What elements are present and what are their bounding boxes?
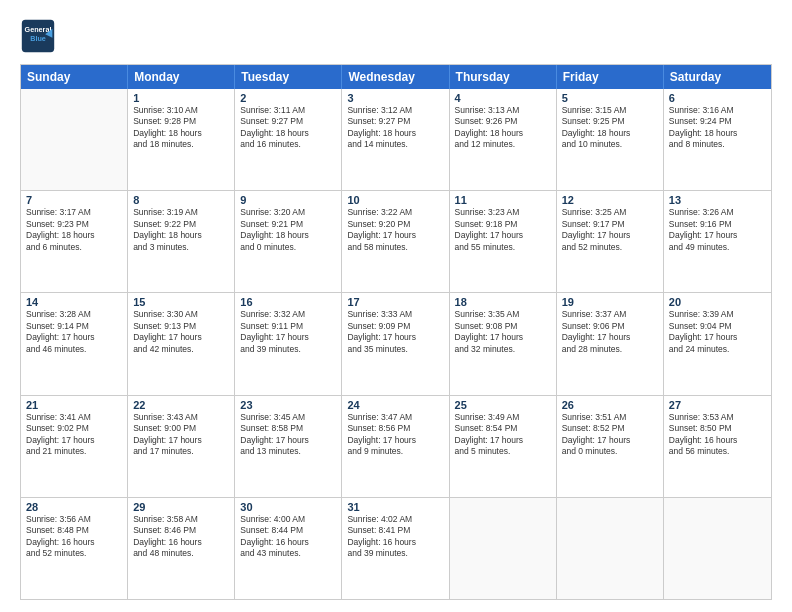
calendar-cell: 8Sunrise: 3:19 AM Sunset: 9:22 PM Daylig… [128,191,235,292]
calendar-cell: 14Sunrise: 3:28 AM Sunset: 9:14 PM Dayli… [21,293,128,394]
day-number: 23 [240,399,336,411]
day-info: Sunrise: 3:11 AM Sunset: 9:27 PM Dayligh… [240,105,336,151]
calendar-cell: 27Sunrise: 3:53 AM Sunset: 8:50 PM Dayli… [664,396,771,497]
day-info: Sunrise: 3:49 AM Sunset: 8:54 PM Dayligh… [455,412,551,458]
day-number: 13 [669,194,766,206]
day-number: 16 [240,296,336,308]
calendar-row-3: 14Sunrise: 3:28 AM Sunset: 9:14 PM Dayli… [21,292,771,394]
day-number: 25 [455,399,551,411]
day-info: Sunrise: 3:19 AM Sunset: 9:22 PM Dayligh… [133,207,229,253]
calendar-cell: 18Sunrise: 3:35 AM Sunset: 9:08 PM Dayli… [450,293,557,394]
day-info: Sunrise: 3:58 AM Sunset: 8:46 PM Dayligh… [133,514,229,560]
weekday-header-sunday: Sunday [21,65,128,89]
day-info: Sunrise: 3:23 AM Sunset: 9:18 PM Dayligh… [455,207,551,253]
calendar-cell: 24Sunrise: 3:47 AM Sunset: 8:56 PM Dayli… [342,396,449,497]
day-number: 17 [347,296,443,308]
weekday-header-saturday: Saturday [664,65,771,89]
calendar-cell: 16Sunrise: 3:32 AM Sunset: 9:11 PM Dayli… [235,293,342,394]
day-info: Sunrise: 3:28 AM Sunset: 9:14 PM Dayligh… [26,309,122,355]
calendar-cell: 26Sunrise: 3:51 AM Sunset: 8:52 PM Dayli… [557,396,664,497]
day-info: Sunrise: 3:47 AM Sunset: 8:56 PM Dayligh… [347,412,443,458]
day-number: 24 [347,399,443,411]
day-number: 4 [455,92,551,104]
day-info: Sunrise: 4:00 AM Sunset: 8:44 PM Dayligh… [240,514,336,560]
calendar: SundayMondayTuesdayWednesdayThursdayFrid… [20,64,772,600]
weekday-header-monday: Monday [128,65,235,89]
day-info: Sunrise: 3:35 AM Sunset: 9:08 PM Dayligh… [455,309,551,355]
day-info: Sunrise: 3:26 AM Sunset: 9:16 PM Dayligh… [669,207,766,253]
day-info: Sunrise: 3:33 AM Sunset: 9:09 PM Dayligh… [347,309,443,355]
weekday-header-tuesday: Tuesday [235,65,342,89]
day-info: Sunrise: 3:17 AM Sunset: 9:23 PM Dayligh… [26,207,122,253]
logo-icon: General Blue [20,18,56,54]
day-info: Sunrise: 3:43 AM Sunset: 9:00 PM Dayligh… [133,412,229,458]
day-info: Sunrise: 3:30 AM Sunset: 9:13 PM Dayligh… [133,309,229,355]
day-info: Sunrise: 3:39 AM Sunset: 9:04 PM Dayligh… [669,309,766,355]
day-info: Sunrise: 3:15 AM Sunset: 9:25 PM Dayligh… [562,105,658,151]
day-number: 1 [133,92,229,104]
day-info: Sunrise: 3:10 AM Sunset: 9:28 PM Dayligh… [133,105,229,151]
calendar-cell: 29Sunrise: 3:58 AM Sunset: 8:46 PM Dayli… [128,498,235,599]
day-info: Sunrise: 4:02 AM Sunset: 8:41 PM Dayligh… [347,514,443,560]
day-number: 29 [133,501,229,513]
calendar-cell: 4Sunrise: 3:13 AM Sunset: 9:26 PM Daylig… [450,89,557,190]
day-number: 31 [347,501,443,513]
calendar-body: 1Sunrise: 3:10 AM Sunset: 9:28 PM Daylig… [21,89,771,599]
day-number: 28 [26,501,122,513]
day-number: 6 [669,92,766,104]
day-number: 10 [347,194,443,206]
calendar-cell [557,498,664,599]
calendar-header: SundayMondayTuesdayWednesdayThursdayFrid… [21,65,771,89]
day-info: Sunrise: 3:45 AM Sunset: 8:58 PM Dayligh… [240,412,336,458]
calendar-cell: 30Sunrise: 4:00 AM Sunset: 8:44 PM Dayli… [235,498,342,599]
day-number: 15 [133,296,229,308]
day-info: Sunrise: 3:20 AM Sunset: 9:21 PM Dayligh… [240,207,336,253]
calendar-row-2: 7Sunrise: 3:17 AM Sunset: 9:23 PM Daylig… [21,190,771,292]
day-number: 5 [562,92,658,104]
day-number: 2 [240,92,336,104]
day-info: Sunrise: 3:13 AM Sunset: 9:26 PM Dayligh… [455,105,551,151]
day-number: 27 [669,399,766,411]
day-info: Sunrise: 3:12 AM Sunset: 9:27 PM Dayligh… [347,105,443,151]
svg-text:Blue: Blue [30,34,46,43]
calendar-cell [664,498,771,599]
calendar-cell: 20Sunrise: 3:39 AM Sunset: 9:04 PM Dayli… [664,293,771,394]
day-number: 21 [26,399,122,411]
calendar-cell: 25Sunrise: 3:49 AM Sunset: 8:54 PM Dayli… [450,396,557,497]
calendar-cell: 6Sunrise: 3:16 AM Sunset: 9:24 PM Daylig… [664,89,771,190]
calendar-cell: 19Sunrise: 3:37 AM Sunset: 9:06 PM Dayli… [557,293,664,394]
calendar-cell: 10Sunrise: 3:22 AM Sunset: 9:20 PM Dayli… [342,191,449,292]
day-number: 26 [562,399,658,411]
calendar-cell: 23Sunrise: 3:45 AM Sunset: 8:58 PM Dayli… [235,396,342,497]
weekday-header-thursday: Thursday [450,65,557,89]
calendar-cell: 1Sunrise: 3:10 AM Sunset: 9:28 PM Daylig… [128,89,235,190]
day-info: Sunrise: 3:56 AM Sunset: 8:48 PM Dayligh… [26,514,122,560]
day-number: 30 [240,501,336,513]
day-number: 20 [669,296,766,308]
day-info: Sunrise: 3:53 AM Sunset: 8:50 PM Dayligh… [669,412,766,458]
day-number: 19 [562,296,658,308]
calendar-row-4: 21Sunrise: 3:41 AM Sunset: 9:02 PM Dayli… [21,395,771,497]
calendar-cell: 22Sunrise: 3:43 AM Sunset: 9:00 PM Dayli… [128,396,235,497]
day-number: 12 [562,194,658,206]
calendar-cell: 5Sunrise: 3:15 AM Sunset: 9:25 PM Daylig… [557,89,664,190]
day-info: Sunrise: 3:16 AM Sunset: 9:24 PM Dayligh… [669,105,766,151]
weekday-header-wednesday: Wednesday [342,65,449,89]
calendar-cell: 9Sunrise: 3:20 AM Sunset: 9:21 PM Daylig… [235,191,342,292]
calendar-cell: 2Sunrise: 3:11 AM Sunset: 9:27 PM Daylig… [235,89,342,190]
calendar-cell: 3Sunrise: 3:12 AM Sunset: 9:27 PM Daylig… [342,89,449,190]
day-info: Sunrise: 3:25 AM Sunset: 9:17 PM Dayligh… [562,207,658,253]
day-number: 7 [26,194,122,206]
day-number: 18 [455,296,551,308]
calendar-cell [450,498,557,599]
calendar-cell: 15Sunrise: 3:30 AM Sunset: 9:13 PM Dayli… [128,293,235,394]
logo: General Blue [20,18,56,54]
calendar-cell: 11Sunrise: 3:23 AM Sunset: 9:18 PM Dayli… [450,191,557,292]
calendar-row-5: 28Sunrise: 3:56 AM Sunset: 8:48 PM Dayli… [21,497,771,599]
day-number: 9 [240,194,336,206]
calendar-cell: 28Sunrise: 3:56 AM Sunset: 8:48 PM Dayli… [21,498,128,599]
calendar-cell [21,89,128,190]
day-info: Sunrise: 3:22 AM Sunset: 9:20 PM Dayligh… [347,207,443,253]
day-info: Sunrise: 3:41 AM Sunset: 9:02 PM Dayligh… [26,412,122,458]
calendar-cell: 12Sunrise: 3:25 AM Sunset: 9:17 PM Dayli… [557,191,664,292]
